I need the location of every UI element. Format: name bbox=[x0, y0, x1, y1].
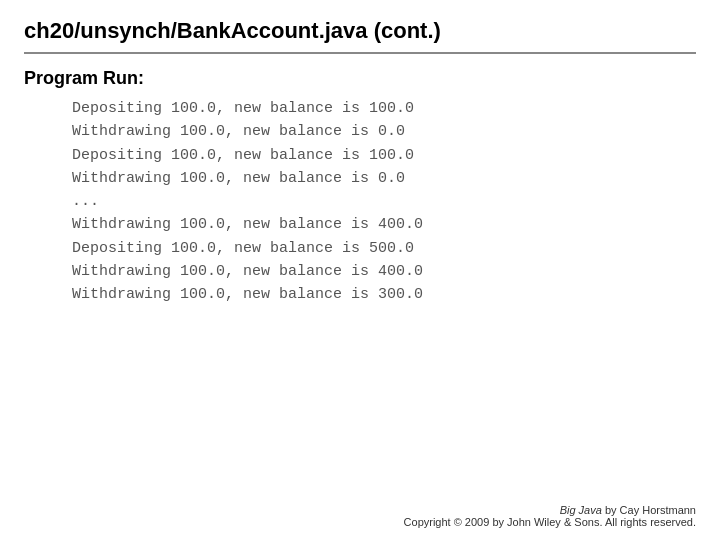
code-line-9: Withdrawing 100.0, new balance is 300.0 bbox=[72, 283, 696, 306]
code-line-6: Withdrawing 100.0, new balance is 400.0 bbox=[72, 213, 696, 236]
footer-big-java: Big Java bbox=[560, 504, 602, 516]
footer-line-1: Big Java by Cay Horstmann bbox=[24, 504, 696, 516]
code-line-5: ... bbox=[72, 190, 696, 213]
page-container: ch20/unsynch/BankAccount.java (cont.) Pr… bbox=[0, 0, 720, 540]
footer-line-2: Copyright © 2009 by John Wiley & Sons. A… bbox=[24, 516, 696, 528]
title-bar: ch20/unsynch/BankAccount.java (cont.) bbox=[24, 18, 696, 54]
program-run-label: Program Run: bbox=[24, 68, 696, 89]
code-block: Depositing 100.0, new balance is 100.0 W… bbox=[24, 97, 696, 306]
code-line-1: Depositing 100.0, new balance is 100.0 bbox=[72, 97, 696, 120]
page-title: ch20/unsynch/BankAccount.java (cont.) bbox=[24, 18, 441, 43]
code-line-8: Withdrawing 100.0, new balance is 400.0 bbox=[72, 260, 696, 283]
footer-author: by Cay Horstmann bbox=[602, 504, 696, 516]
code-line-7: Depositing 100.0, new balance is 500.0 bbox=[72, 237, 696, 260]
footer: Big Java by Cay Horstmann Copyright © 20… bbox=[24, 494, 696, 528]
code-line-3: Depositing 100.0, new balance is 100.0 bbox=[72, 144, 696, 167]
code-line-4: Withdrawing 100.0, new balance is 0.0 bbox=[72, 167, 696, 190]
program-run-section: Program Run: Depositing 100.0, new balan… bbox=[24, 68, 696, 306]
code-line-2: Withdrawing 100.0, new balance is 0.0 bbox=[72, 120, 696, 143]
